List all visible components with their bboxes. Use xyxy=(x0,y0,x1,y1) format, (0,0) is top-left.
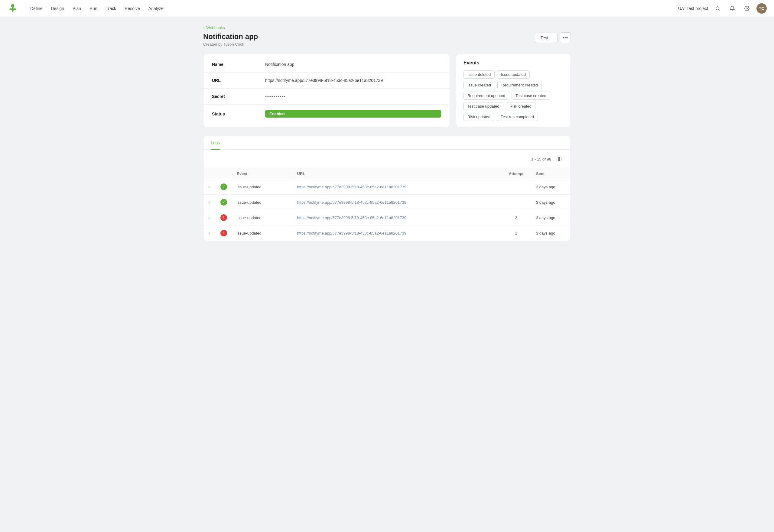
svg-rect-7 xyxy=(557,157,558,161)
table-row: › ✓ issue-updated https://notifyme.app/5… xyxy=(203,179,571,195)
status-error-icon: ! xyxy=(220,214,227,221)
table-header: 1 - 15 of 98 xyxy=(203,150,571,168)
logs-tab-bar: Logs xyxy=(203,136,571,150)
sent-cell: 3 days ago xyxy=(531,210,571,225)
event-tag-issue-deleted: Issue deleted xyxy=(463,70,495,79)
table-row: › ! issue-updated https://notifyme.app/5… xyxy=(203,210,571,225)
name-row: Name Notification app xyxy=(203,57,450,73)
sent-cell: 3 days ago xyxy=(531,179,571,195)
url-link[interactable]: https://notifyme.app/577e3998-5f18-453c-… xyxy=(297,216,406,220)
url-value: https://notifyme.app/577e3998-5f18-453c-… xyxy=(265,78,441,83)
nav-analyze[interactable]: Analyze xyxy=(148,5,164,12)
status-row: Status Enabled xyxy=(203,105,450,123)
row-expand-icon[interactable]: › xyxy=(208,231,210,235)
settings-icon[interactable] xyxy=(742,4,752,13)
event-tag-testrun-completed: Test run completed xyxy=(497,113,538,121)
url-cell: https://notifyme.app/577e3998-5f18-453c-… xyxy=(292,225,501,241)
status-cell: ✓ xyxy=(216,195,232,210)
svg-line-5 xyxy=(719,9,720,10)
expand-cell[interactable]: › xyxy=(203,195,216,210)
page-title: Notification app xyxy=(203,32,258,41)
sent-cell: 3 days ago xyxy=(531,225,571,241)
url-link[interactable]: https://notifyme.app/577e3998-5f18-453c-… xyxy=(297,185,406,189)
breadcrumb-link[interactable]: Webhooks xyxy=(206,25,225,30)
event-tag-testcase-updated: Test case updated xyxy=(463,102,503,110)
nav-menu: Define Design Plan Run Track Resolve Ana… xyxy=(30,5,668,12)
status-error-icon: ! xyxy=(220,230,227,236)
nav-track[interactable]: Track xyxy=(106,5,116,12)
logo[interactable] xyxy=(7,3,18,14)
events-title: Events xyxy=(463,60,563,66)
expand-cell[interactable]: › xyxy=(203,225,216,241)
row-expand-icon[interactable]: › xyxy=(208,215,210,220)
attempt-cell xyxy=(501,195,531,210)
table-row: › ! issue-updated https://notifyme.app/5… xyxy=(203,225,571,241)
col-attempt-header: Attempt xyxy=(501,168,531,179)
url-cell: https://notifyme.app/577e3998-5f18-453c-… xyxy=(292,195,501,210)
col-status xyxy=(216,168,232,179)
expand-cell[interactable]: › xyxy=(203,210,216,225)
table-header-row: Event URL Attempt Sent xyxy=(203,168,571,179)
event-tag-risk-created: Risk created xyxy=(506,102,535,110)
nav-define[interactable]: Define xyxy=(30,5,42,12)
url-link[interactable]: https://notifyme.app/577e3998-5f18-453c-… xyxy=(297,200,406,205)
url-label: URL xyxy=(212,78,260,83)
notifications-icon[interactable] xyxy=(727,4,737,13)
status-cell: ! xyxy=(216,225,232,241)
svg-rect-2 xyxy=(9,8,12,10)
url-link[interactable]: https://notifyme.app/577e3998-5f18-453c-… xyxy=(297,231,406,235)
more-options-button[interactable]: ••• xyxy=(560,32,571,43)
event-tag-requirement-updated: Requirement updated xyxy=(463,92,509,100)
test-button[interactable]: Test... xyxy=(535,33,558,43)
status-success-icon: ✓ xyxy=(220,183,227,190)
svg-rect-8 xyxy=(560,157,561,161)
logs-tab[interactable]: Logs xyxy=(211,136,220,150)
nav-run[interactable]: Run xyxy=(89,5,97,12)
attempt-cell xyxy=(501,179,531,195)
logs-table: Event URL Attempt Sent › ✓ issue-updated… xyxy=(203,168,571,241)
breadcrumb: ‹ Webhooks xyxy=(203,25,571,30)
event-tag-requirement-created: Requirement created xyxy=(497,81,542,89)
name-label: Name xyxy=(212,62,260,67)
row-expand-icon[interactable]: › xyxy=(208,184,210,189)
navbar: Define Design Plan Run Track Resolve Ana… xyxy=(0,0,774,17)
svg-point-6 xyxy=(746,8,748,9)
sent-cell: 3 days ago xyxy=(531,195,571,210)
column-toggle-button[interactable] xyxy=(555,155,563,163)
attempt-cell: 1 xyxy=(501,225,531,241)
events-card: Events Issue deleted Issue updated Issue… xyxy=(456,54,571,127)
svg-rect-3 xyxy=(13,8,16,10)
events-tags: Issue deleted Issue updated Issue create… xyxy=(463,70,563,121)
nav-plan[interactable]: Plan xyxy=(73,5,81,12)
breadcrumb-separator: ‹ xyxy=(203,25,204,30)
main-content: ‹ Webhooks Notification app Created by T… xyxy=(193,17,581,249)
event-tag-issue-updated: Issue updated xyxy=(497,70,530,79)
expand-cell[interactable]: › xyxy=(203,179,216,195)
event-cell: issue-updated xyxy=(232,225,292,241)
attempt-cell: 2 xyxy=(501,210,531,225)
url-cell: https://notifyme.app/577e3998-5f18-453c-… xyxy=(292,179,501,195)
secret-label: Secret xyxy=(212,94,260,99)
url-cell: https://notifyme.app/577e3998-5f18-453c-… xyxy=(292,210,501,225)
avatar[interactable]: TC xyxy=(756,3,767,14)
event-tag-issue-created: Issue created xyxy=(463,81,495,89)
event-cell: issue-updated xyxy=(232,195,292,210)
col-sent-header: Sent xyxy=(531,168,571,179)
table-row: › ✓ issue-updated https://notifyme.app/5… xyxy=(203,195,571,210)
svg-point-4 xyxy=(716,7,719,10)
header-actions: Test... ••• xyxy=(535,32,571,43)
status-label: Status xyxy=(212,112,260,116)
secret-row: Secret •••••••••• xyxy=(203,89,450,105)
search-icon[interactable] xyxy=(713,4,723,13)
nav-resolve[interactable]: Resolve xyxy=(125,5,140,12)
navbar-right: UAT test project TC xyxy=(678,3,767,14)
row-expand-icon[interactable]: › xyxy=(208,200,210,205)
url-row: URL https://notifyme.app/577e3998-5f18-4… xyxy=(203,73,450,89)
page-title-group: Notification app Created by Tyson Cook xyxy=(203,32,258,47)
secret-value: •••••••••• xyxy=(265,94,441,99)
nav-design[interactable]: Design xyxy=(51,5,64,12)
event-tag-risk-updated: Risk updated xyxy=(463,113,494,121)
page-subtitle: Created by Tyson Cook xyxy=(203,42,258,47)
details-card: Name Notification app URL https://notify… xyxy=(203,54,450,127)
col-url-header: URL xyxy=(292,168,501,179)
